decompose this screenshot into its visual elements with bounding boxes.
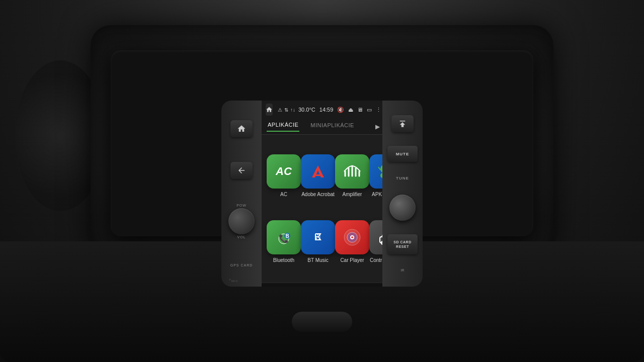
status-bar: ⚠ ⇅ ↑↓ 30.0°C 14:59 🔇 ⏏ 🖥 ▭ ⋮ ▶ ⬅	[262, 101, 382, 119]
app-label-control: Control Setting	[370, 257, 382, 263]
sd-card-button[interactable]: SD CARD RESET	[387, 234, 418, 254]
svg-text:♫: ♫	[314, 231, 322, 242]
home-button[interactable]	[230, 120, 253, 137]
mic-label: MIC	[231, 280, 238, 283]
status-center: 30.0°C 14:59 🔇 ⏏ 🖥 ▭ ⋮	[298, 107, 381, 113]
app-icon-control	[369, 220, 382, 254]
play-button[interactable]: ▶	[375, 123, 380, 130]
warning-icon: ⚠	[278, 107, 282, 113]
app-label-btmusic: BT Music	[307, 257, 329, 263]
status-home[interactable]	[266, 104, 273, 116]
mic-dot	[229, 279, 231, 281]
app-icon-adobe	[301, 154, 335, 189]
tab-bar: APLIKÁCIE MINIAPLIKÁCIE ▶	[262, 119, 382, 135]
app-label-ac: AC	[280, 192, 287, 197]
tune-knob[interactable]	[389, 195, 416, 221]
app-btmusic[interactable]: ♫ BT Music	[301, 209, 335, 275]
app-ac[interactable]: AC AC	[267, 143, 301, 209]
amplifier-svg	[342, 161, 363, 182]
mute-button[interactable]: MUTE	[387, 146, 418, 162]
status-icons: ⚠ ⇅ ↑↓	[278, 107, 295, 113]
svg-line-10	[378, 167, 380, 170]
window-icon: ▭	[367, 107, 372, 113]
app-icon-btmusic: ♫	[301, 220, 335, 254]
temperature-display: 30.0°C	[298, 107, 315, 113]
left-control-panel: POW VOL GPS CARD MIC	[221, 101, 262, 287]
volume-icon: 🔇	[337, 107, 344, 113]
tab-aplikacie[interactable]: APLIKÁCIE	[267, 122, 299, 132]
app-label-carplayer: Car Player	[340, 257, 364, 263]
adobe-svg	[308, 161, 328, 182]
car-background: POW VOL GPS CARD MIC ⚠ ⇅ ↑↓ 30.	[0, 0, 644, 362]
btmusic-svg: ♫	[307, 227, 329, 248]
app-amplifier[interactable]: Amplifier	[335, 143, 369, 209]
control-svg	[376, 227, 382, 248]
center-piece	[292, 312, 352, 332]
time-display: 14:59	[319, 107, 334, 113]
volume-knob[interactable]	[228, 208, 255, 234]
svg-point-29	[351, 236, 353, 238]
wifi-icon: ⇅	[284, 107, 288, 113]
reset-label: RESET	[396, 244, 409, 249]
app-icon-apk	[369, 154, 382, 189]
tab-miniaplikacie[interactable]: MINIAPLIKÁCIE	[309, 122, 355, 131]
app-label-amplifier: Amplifier	[343, 192, 362, 197]
ac-text: AC	[276, 165, 292, 178]
app-carplayer[interactable]: Car Player	[335, 209, 369, 275]
menu-icon: ⋮	[376, 107, 381, 113]
app-grid: AC AC Adobe Acrobat	[262, 135, 382, 283]
app-adobe[interactable]: Adobe Acrobat	[301, 143, 335, 209]
svg-text:B: B	[285, 233, 289, 239]
head-unit-screen: ⚠ ⇅ ↑↓ 30.0°C 14:59 🔇 ⏏ 🖥 ▭ ⋮ ▶ ⬅	[262, 101, 382, 287]
carplayer-svg	[342, 227, 363, 248]
app-label-adobe: Adobe Acrobat	[301, 192, 335, 197]
gps-label: GPS CARD	[230, 263, 253, 267]
ir-label: IR	[401, 268, 405, 272]
app-bluetooth[interactable]: 📞 B Bluetooth	[267, 209, 301, 275]
app-icon-carplayer	[335, 220, 369, 254]
app-icon-bluetooth: 📞 B	[267, 220, 301, 254]
bluetooth-svg: 📞 B	[273, 227, 294, 248]
screen-icon: 🖥	[357, 107, 363, 113]
head-unit: POW VOL GPS CARD MIC ⚠ ⇅ ↑↓ 30.	[111, 50, 533, 236]
apk-svg	[376, 161, 382, 182]
right-control-panel: MUTE TUNE SD CARD RESET IR	[382, 101, 423, 287]
bottom-strip	[262, 283, 382, 287]
vol-label: VOL	[237, 235, 246, 239]
signal-icon: ↑↓	[290, 107, 295, 113]
svg-rect-0	[314, 174, 322, 176]
app-apk[interactable]: APK Installer	[369, 143, 382, 209]
back-button[interactable]	[230, 162, 253, 179]
volume-control: POW VOL	[228, 204, 255, 239]
app-icon-ac: AC	[267, 154, 301, 189]
pow-label: POW	[236, 204, 247, 207]
app-control[interactable]: Control Setting	[369, 209, 382, 275]
app-label-bluetooth: Bluetooth	[273, 257, 294, 263]
eject-button[interactable]	[391, 115, 414, 132]
eject-icon: ⏏	[348, 107, 353, 113]
tune-label: TUNE	[396, 176, 409, 180]
sd-card-label: SD CARD	[393, 240, 411, 245]
app-icon-amplifier	[335, 154, 369, 189]
app-label-apk: APK Installer	[372, 192, 382, 197]
